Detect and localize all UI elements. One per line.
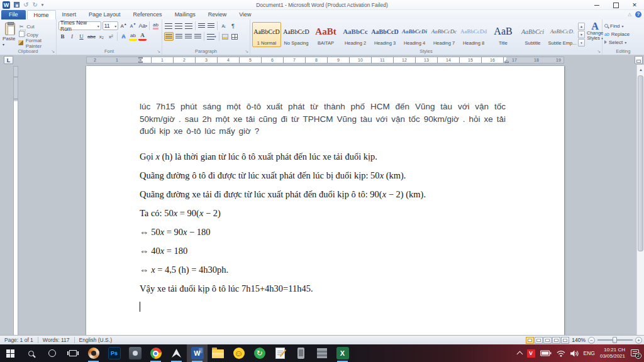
align-left-button[interactable]	[164, 32, 174, 41]
decrease-indent-button[interactable]	[197, 21, 206, 30]
style-title[interactable]: AaBTitle	[489, 22, 518, 47]
line-spacing-button[interactable]: ▾	[206, 32, 217, 41]
font-dialog-launcher-icon[interactable]: ↘	[157, 49, 160, 54]
taskbar-app-foobar2000[interactable]	[166, 344, 187, 362]
solution-line[interactable]: Gọi x (h) là thời gian từ lúc ô tô xuất …	[140, 151, 506, 163]
highlight-color-button[interactable]: ab	[129, 32, 137, 41]
problem-paragraph[interactable]: lúc 7h15 phút sáng một ô-tô xuất phát từ…	[140, 101, 506, 138]
style-1-normal[interactable]: AaBbCcD1 Normal	[252, 22, 281, 47]
bold-button[interactable]: B	[58, 32, 67, 41]
solution-line[interactable]: Quãng đường ô tô đi được từ lúc xuất phá…	[140, 170, 506, 182]
taskbar-app-paint-app[interactable]	[83, 344, 104, 362]
vertical-ruler[interactable]	[13, 66, 18, 335]
styles-gallery-expand-icon[interactable]: ▾	[578, 39, 585, 47]
bullets-button[interactable]	[164, 21, 173, 30]
language-indicator[interactable]: English (U.S.)	[75, 336, 116, 344]
solution-line[interactable]: Vậy xe tải đuổi kịp ô tô lúc 7h15+4h30=1…	[140, 283, 506, 295]
style-heading-2[interactable]: AaBbCcHeading 2	[341, 22, 370, 47]
zoom-slider-thumb[interactable]	[613, 337, 617, 343]
customize-qat-icon[interactable]: ▾	[42, 3, 44, 8]
taskbar-app-archive-app[interactable]	[311, 344, 332, 362]
taskbar-app-green-downloader[interactable]: ↻	[249, 344, 270, 362]
input-language-indicator[interactable]: ENG	[584, 350, 595, 356]
change-case-button[interactable]: Aa▾	[138, 21, 147, 30]
subscript-button[interactable]: x₂	[97, 32, 106, 41]
find-button[interactable]: Find ▾	[604, 22, 642, 30]
horizontal-ruler[interactable]: 2112345678910111213141516171819	[86, 57, 564, 63]
solution-line[interactable]: Quãng đường xe tải đi được từ lúc xuất p…	[140, 189, 506, 200]
align-center-button[interactable]	[175, 32, 183, 41]
paragraph-dialog-launcher-icon[interactable]: ↘	[245, 49, 248, 54]
format-painter-button[interactable]: Format Painter	[18, 39, 54, 47]
collapse-ribbon-icon[interactable]: △	[628, 12, 631, 17]
tab-stop-selector[interactable]: L	[4, 56, 13, 64]
text-effects-button[interactable]: A	[119, 32, 128, 41]
word-app-icon[interactable]: W	[3, 1, 10, 9]
font-color-button[interactable]: A	[138, 32, 147, 41]
sort-button[interactable]: A↓	[219, 21, 228, 30]
redo-icon[interactable]: ↻	[32, 2, 37, 8]
multilevel-list-button[interactable]	[184, 21, 193, 30]
align-right-button[interactable]	[184, 32, 192, 41]
style-heading-3[interactable]: AaBbCcDHeading 3	[370, 22, 399, 47]
style-baitap[interactable]: AaBtBAITAP	[311, 22, 340, 47]
solution-line[interactable]: ⇔ x = 4,5 (h) = 4h30ph.	[140, 264, 506, 276]
font-family-combo[interactable]: Times New Rom▾	[58, 21, 101, 30]
task-view-button[interactable]	[62, 344, 83, 362]
superscript-button[interactable]: x²	[107, 32, 115, 41]
shrink-font-button[interactable]: A▼	[129, 21, 137, 30]
taskbar-app-smiley-app[interactable]: ☺	[228, 344, 249, 362]
borders-button[interactable]	[231, 32, 239, 41]
word-count[interactable]: Words: 117	[38, 336, 74, 344]
undo-icon[interactable]: ↺	[23, 2, 28, 8]
zoom-out-button[interactable]: −	[588, 337, 595, 344]
web-layout-view-icon[interactable]	[543, 337, 552, 344]
style-heading-8[interactable]: AaBbCcDdHeading 8	[459, 22, 488, 47]
action-center-button[interactable]: 2	[630, 349, 640, 358]
help-icon[interactable]: ?	[635, 11, 641, 18]
close-button[interactable]: ✕	[625, 0, 644, 10]
outline-view-icon[interactable]	[552, 337, 560, 344]
shading-button[interactable]	[221, 32, 230, 41]
tab-view[interactable]: View	[233, 10, 257, 19]
replace-button[interactable]: abReplace	[604, 30, 642, 38]
justify-button[interactable]	[194, 32, 202, 41]
underline-button[interactable]: U	[77, 32, 86, 41]
cut-button[interactable]: ✂Cut	[18, 23, 54, 30]
taskbar-search-button[interactable]	[21, 344, 42, 362]
cortana-button[interactable]	[42, 344, 62, 362]
speaker-icon[interactable]	[570, 350, 579, 357]
tab-references[interactable]: References	[127, 10, 169, 19]
styles-scroll-up-icon[interactable]: ▲	[578, 23, 585, 30]
styles-dialog-launcher-icon[interactable]: ↘	[597, 49, 601, 54]
solution-line[interactable]: ⇔ 40x = 180	[140, 245, 506, 257]
maximize-button[interactable]	[606, 0, 625, 10]
tab-file[interactable]: File	[1, 10, 26, 19]
taskbar-app-photoshop[interactable]: Ps	[104, 344, 125, 362]
print-layout-view-icon[interactable]	[526, 337, 534, 344]
draft-view-icon[interactable]	[561, 337, 569, 344]
change-styles-button[interactable]: A Change Styles ▾	[587, 21, 603, 47]
styles-scroll-down-icon[interactable]: ▼	[578, 31, 585, 38]
clipboard-dialog-launcher-icon[interactable]: ↘	[51, 49, 55, 54]
start-button[interactable]	[0, 344, 21, 362]
select-button[interactable]: Select ▾	[604, 38, 642, 46]
solution-line[interactable]: ⇔ 50x = 90x − 180	[140, 226, 506, 238]
taskbar-app-excel[interactable]: X	[332, 344, 353, 362]
fullscreen-reading-view-icon[interactable]	[535, 337, 543, 344]
solution-line[interactable]: Ta có: 50x = 90(x − 2)	[140, 207, 506, 219]
zoom-level[interactable]: 140%	[572, 337, 586, 343]
document-page[interactable]: lúc 7h15 phút sáng một ô-tô xuất phát từ…	[86, 66, 564, 335]
style-heading-7[interactable]: AaBbCcDcHeading 7	[430, 22, 458, 47]
tab-home[interactable]: Home	[27, 10, 56, 19]
paste-button[interactable]: Paste ▾	[2, 21, 18, 48]
unikey-icon[interactable]: V	[527, 349, 535, 358]
scroll-up-icon[interactable]: ▲	[638, 66, 644, 74]
save-icon[interactable]	[14, 2, 19, 8]
tab-mailings[interactable]: Mailings	[169, 10, 202, 19]
taskbar-app-chrome[interactable]	[145, 344, 166, 362]
style-heading-4[interactable]: AaBbCcDiHeading 4	[400, 22, 429, 47]
vertical-scrollbar[interactable]: ▲	[636, 65, 644, 335]
italic-button[interactable]: I	[68, 32, 76, 41]
show-paragraph-marks-button[interactable]: ¶	[229, 21, 237, 30]
